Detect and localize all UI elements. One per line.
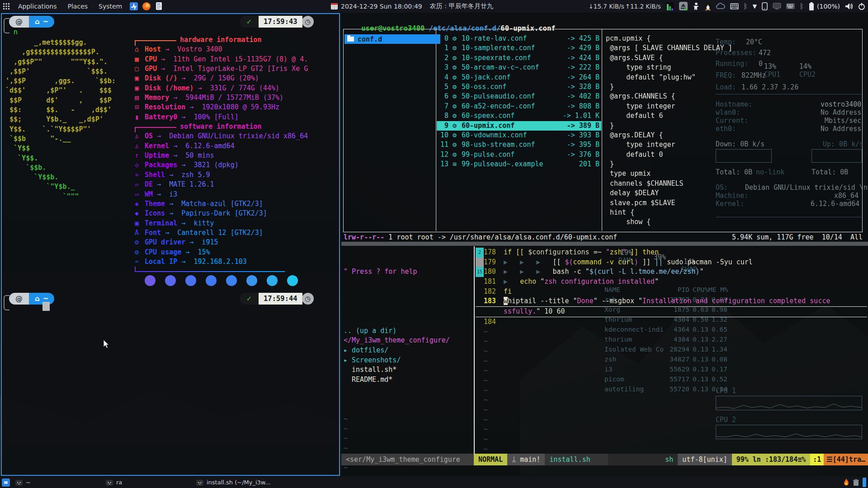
- file-row[interactable]: 2⚙10-speexrate.conf-> 424 B: [437, 53, 601, 63]
- taskbar-task[interactable]: ~: [12, 477, 102, 488]
- file-row[interactable]: 7⚙60-a52-encod~.conf-> 808 B: [437, 102, 601, 111]
- tilde-line: ~: [476, 445, 867, 455]
- battery-icon[interactable]: [809, 2, 814, 10]
- fetch-closing-line: [135, 267, 285, 272]
- cloud-sync-icon[interactable]: [716, 3, 725, 9]
- fetch-row: ⊡Resolution → 868x488 @ 59.93Hz: [135, 103, 337, 112]
- vim-split-separator[interactable]: [474, 246, 475, 454]
- app-grid-icon[interactable]: [1, 1, 11, 11]
- color-dot: [246, 275, 257, 286]
- file-row[interactable]: 11⚙98-usb-stream.conf-> 395 B: [437, 140, 601, 150]
- prompt-right-2: ✓ 17:59:44 ◷: [240, 293, 314, 305]
- file-row[interactable]: 10⚙60-vdownmix.conf-> 393 B: [437, 131, 601, 140]
- file-row[interactable]: 9⚙60-upmix.conf-> 389 B: [437, 121, 601, 131]
- kdeconnect-phone-icon[interactable]: [762, 2, 768, 10]
- home-icon: ⌂: [35, 18, 40, 26]
- file-row[interactable]: 13≡99-pulseaud~.example201 B: [437, 160, 601, 169]
- file-row[interactable]: 0⚙10-rate-lav.conf-> 425 B: [437, 34, 601, 43]
- window-list-applet-icon[interactable]: [2, 479, 10, 487]
- file-row[interactable]: 5⚙50-oss.conf-> 328 B: [437, 82, 601, 92]
- fetch-row: ↑Uptime → 50 mins: [135, 151, 337, 160]
- preview-line: hint {: [606, 208, 862, 217]
- panel-menus: Applications Places System: [0, 1, 165, 11]
- menu-applications[interactable]: Applications: [13, 3, 62, 10]
- fetch-row: ▣Disk (/) → 29G / 150G (20%): [135, 74, 337, 83]
- preview-line: default 6: [606, 111, 862, 121]
- preview-line: }: [606, 160, 862, 169]
- bluetooth-icon[interactable]: ᛒ: [744, 2, 748, 10]
- battery-percent: (100%): [817, 3, 840, 10]
- tree-item[interactable]: .. (up a dir): [344, 326, 473, 336]
- trash-tray-icon[interactable]: [853, 479, 859, 486]
- cpu-usage-icon: ⚙: [135, 248, 145, 257]
- firefox-launcher-icon[interactable]: [142, 1, 151, 11]
- ascii-line: `$$b "-.__: [5, 134, 116, 144]
- system-monitor-launcher-icon[interactable]: [129, 1, 139, 11]
- preview-line: }: [606, 121, 862, 131]
- updates-indicator-icon[interactable]: ▼: [753, 3, 757, 9]
- color-dot: [226, 275, 237, 286]
- ranger-parent-dir[interactable]: conf.d: [344, 34, 440, 44]
- tree-item[interactable]: README.md*: [344, 375, 473, 385]
- fetch-row: ◇Packages → 3821 (dpkg): [135, 160, 337, 170]
- nerdtree-help: " Press ? for help: [344, 267, 473, 277]
- show-desktop-button[interactable]: [863, 478, 866, 487]
- prompt-path: ~: [43, 18, 49, 26]
- power-icon[interactable]: [858, 3, 865, 10]
- file-row[interactable]: 8⚙60-speex.conf-> 1.01 K: [437, 111, 601, 121]
- folder-icon: [347, 37, 354, 42]
- ascii-line: $$; Y$b._ _,d$P': [5, 115, 116, 124]
- tree-item[interactable]: install.sh*: [344, 365, 473, 375]
- preview-line: default 0: [606, 150, 862, 160]
- window-divider[interactable]: [341, 242, 868, 246]
- panel-clock-applet[interactable]: 2024-12-29 Sun 18:00:49 农历：甲辰年冬月廿九: [331, 0, 493, 12]
- display-settings-icon[interactable]: [773, 3, 781, 10]
- file-row[interactable]: 4⚙50-jack.conf-> 264 B: [437, 73, 601, 82]
- code-line: 184: [476, 317, 867, 327]
- file-row[interactable]: 12⚙99-pulse.conf-> 376 B: [437, 150, 601, 160]
- menu-system[interactable]: System: [93, 3, 127, 10]
- blueman-bluetooth-icon[interactable]: ᛒ: [800, 2, 804, 10]
- system-load-graph-icon[interactable]: [666, 2, 674, 10]
- menu-places[interactable]: Places: [62, 3, 94, 10]
- file-row[interactable]: 1⚙10-samplerate.conf-> 429 B: [437, 43, 601, 53]
- preview-line: type integer: [606, 140, 862, 150]
- accessibility-person-icon[interactable]: [693, 2, 700, 10]
- tilde-line: ~: [476, 327, 867, 337]
- tree-item[interactable]: ▸ dotfiles/: [344, 346, 473, 356]
- vim-buffer: 2178if [[ $configurations =~ "zsh" ]] th…: [476, 248, 867, 454]
- ascii-line: $$P d$' , $$P: [5, 96, 116, 105]
- uptime-icon: ↑: [135, 151, 145, 160]
- tilde-line: ~: [476, 405, 867, 415]
- ranger-title-path: /etc/alsa/conf.d/: [425, 24, 500, 33]
- file-row[interactable]: 3⚙50-arcam-av-c~.conf-> 222 B: [437, 63, 601, 72]
- volume-icon[interactable]: [845, 3, 853, 10]
- ascii-line: `""": [5, 192, 116, 202]
- eject-removable-media-icon[interactable]: [679, 2, 688, 10]
- panel-date-time: 2024-12-29 Sun 18:00:49: [341, 3, 422, 10]
- color-dot: [165, 275, 176, 286]
- tree-item[interactable]: ▸ Screenshots/: [344, 356, 473, 366]
- cpu-icon: ▦: [135, 55, 145, 64]
- tree-item[interactable]: </My_i3wm_theme_configure/: [344, 336, 473, 346]
- text-editor-launcher-icon[interactable]: [154, 1, 164, 11]
- taskbar-task[interactable]: install.sh (~/My_i3w...: [193, 477, 283, 488]
- file-row[interactable]: 6⚙50-pulseaudio.conf-> 402 B: [437, 92, 601, 101]
- preview-line: default "plug:hw": [606, 73, 862, 82]
- taskbar-task[interactable]: ra: [102, 477, 193, 488]
- neofetch-ascii-logo: _,met$$$$$gg. ,g$$$$$$$$$$$$$$$P. ,g$$P"…: [5, 38, 116, 202]
- desktop: Applications Places System 2024-12-29 Su…: [0, 0, 868, 488]
- fetch-row: ⚙CPU usage → 15%: [135, 248, 337, 257]
- neofetch-info: hardware information⌂Host → Vostro 3400▦…: [135, 35, 337, 272]
- input-method-keyboard-icon[interactable]: [730, 3, 739, 9]
- ascii-line: ',$$P ,ggs. `$$b:: [5, 76, 116, 86]
- vim-column: :1: [810, 454, 824, 465]
- preview-line: show {: [606, 217, 862, 227]
- fetch-section-header: software information: [135, 122, 337, 131]
- tux-penguin-icon[interactable]: [705, 2, 711, 10]
- onboard-keyboard-icon[interactable]: [786, 3, 795, 9]
- fetch-row: ▣Disk (/home) → 331G / 774G (44%): [135, 84, 337, 93]
- flameshot-tray-icon[interactable]: [843, 479, 849, 486]
- fetch-row: ♒Local IP → 192.168.2.103: [135, 257, 337, 267]
- ranger-statusbar: lrw-r--r-- 1 root root -> /usr/share/als…: [344, 233, 863, 241]
